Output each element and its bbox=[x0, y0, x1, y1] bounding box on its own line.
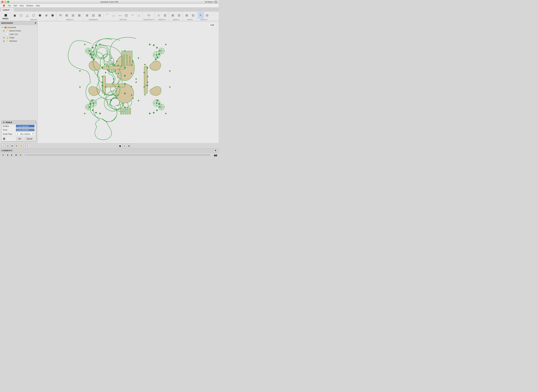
create-btn-4[interactable]: ⬠ bbox=[31, 12, 37, 19]
inspect-btn-2[interactable]: ⊟ bbox=[162, 12, 168, 19]
select-btn-2[interactable]: ⊟ bbox=[204, 12, 210, 19]
select-label[interactable]: SELECT ▾ bbox=[200, 19, 208, 21]
help-button[interactable]: ? bbox=[214, 0, 217, 3]
inspect-label[interactable]: INSPECT ▾ bbox=[158, 19, 166, 21]
sketch-btn-1[interactable]: ⌒ bbox=[104, 12, 110, 19]
tree-item-units[interactable]: 📄 Units: mm bbox=[0, 33, 37, 36]
expand-icon-origin[interactable]: ▶ bbox=[3, 37, 5, 38]
entities-row: Entities ↖ no selection bbox=[1, 124, 36, 128]
sketch-btn-2[interactable]: ⌓ bbox=[111, 12, 117, 19]
edit-menu[interactable]: Edit bbox=[12, 4, 18, 7]
comments-expand-icon[interactable]: ⚙ bbox=[213, 149, 217, 152]
create-btn-2[interactable]: ⬡ bbox=[18, 12, 24, 19]
window-menu[interactable]: Window bbox=[25, 4, 34, 7]
grid-btn[interactable]: ⊞ bbox=[127, 144, 131, 148]
anim-first-btn[interactable]: ⏮ bbox=[1, 153, 5, 157]
assemble-btn-1[interactable]: ⊞ bbox=[84, 12, 90, 19]
apple-menu[interactable]: 🍎 bbox=[1, 4, 6, 7]
svg-point-77 bbox=[132, 98, 134, 99]
insert-btn-2[interactable]: ⊟ bbox=[176, 12, 182, 19]
camera-icon[interactable]: 📷 bbox=[214, 153, 217, 157]
scale-type-select[interactable]: ⊞ Non Uniform ▾ bbox=[16, 132, 34, 135]
point-input[interactable]: ↗ no selection bbox=[16, 129, 34, 131]
anim-prev-btn[interactable]: ◀ bbox=[6, 153, 9, 157]
expand-icon-named-views[interactable]: ▶ bbox=[3, 30, 5, 32]
modify-btn-4[interactable]: ⊠ bbox=[76, 12, 82, 19]
sketch-btn-4[interactable]: ⊡ bbox=[123, 12, 129, 19]
maximize-button[interactable] bbox=[7, 1, 9, 3]
minimize-button[interactable] bbox=[4, 1, 6, 3]
make-btn-1[interactable]: ⊞ bbox=[184, 12, 190, 19]
tree-item-named-views[interactable]: ▶ 📁 Named Views bbox=[0, 29, 37, 33]
construct-label[interactable]: CONSTRUCT ▾ bbox=[144, 19, 154, 21]
view-menu[interactable]: View bbox=[18, 4, 25, 7]
orbit-btn[interactable]: ↻ bbox=[15, 144, 19, 148]
sketch-btn-3[interactable]: — bbox=[117, 12, 123, 19]
model-button[interactable]: ◼ MODEL bbox=[1, 12, 10, 20]
create-btn-5[interactable]: ⬣ bbox=[37, 12, 43, 19]
create-btn-3[interactable]: △ bbox=[24, 12, 30, 19]
assemble-btn-3[interactable]: ⊠ bbox=[97, 12, 103, 19]
origin-icon: 💡 bbox=[6, 36, 9, 39]
tab-close-icon[interactable]: ✕ bbox=[11, 9, 12, 11]
sketch-btn-5[interactable]: ⌔ bbox=[130, 12, 136, 19]
insert-btn-1[interactable]: ⊞ bbox=[170, 12, 176, 19]
make-label[interactable]: MAKE ▾ bbox=[187, 19, 193, 21]
info-icon[interactable]: i bbox=[3, 138, 5, 140]
browser-expand-icon[interactable]: ◀ bbox=[1, 22, 2, 24]
select-btn-1[interactable]: ↖ bbox=[198, 12, 204, 19]
expand-icon[interactable]: ▼ bbox=[1, 27, 3, 28]
cancel-button[interactable]: Cancel bbox=[24, 137, 34, 140]
zoom-out-btn[interactable]: − bbox=[28, 144, 32, 148]
scale-type-dropdown-icon: ▾ bbox=[32, 133, 33, 135]
anim-next-btn[interactable]: ▶| bbox=[15, 153, 18, 157]
svg-rect-10 bbox=[130, 51, 132, 65]
expand-icon-sketches[interactable]: ▶ bbox=[3, 40, 5, 42]
tree-item-sketches[interactable]: ▶ 📁 Sketches bbox=[0, 39, 37, 43]
sketch-btn-6[interactable]: ⌕ bbox=[136, 12, 142, 19]
construct-btn-1[interactable]: ⊹ bbox=[146, 12, 152, 19]
close-button[interactable] bbox=[1, 1, 3, 3]
zoom-in-btn[interactable]: + bbox=[23, 144, 27, 148]
make-btn-2[interactable]: ⊟ bbox=[190, 12, 196, 19]
display-mode-btn[interactable]: ◼ bbox=[118, 144, 122, 148]
sketch-label[interactable]: SKETCH ▾ bbox=[119, 19, 127, 21]
assemble-label[interactable]: ASSEMBLE ▾ bbox=[89, 19, 98, 21]
modify-btn-2[interactable]: ⊞ bbox=[64, 12, 70, 19]
file-menu[interactable]: File bbox=[6, 4, 12, 7]
entities-input[interactable]: ↖ no selection bbox=[16, 125, 34, 127]
tree-item-unsaved[interactable]: ▼ 📦 (Unsaved) bbox=[0, 26, 37, 29]
fit-all-btn[interactable]: ⊕ bbox=[10, 144, 14, 148]
user-dropdown-icon[interactable]: ▾ bbox=[213, 1, 213, 3]
inspect-group: ⊹ ⊟ INSPECT ▾ bbox=[155, 12, 169, 21]
svg-point-78 bbox=[111, 57, 112, 59]
browser-settings-icon[interactable]: ⚙ bbox=[35, 22, 36, 24]
timeline[interactable] bbox=[25, 154, 210, 155]
inspect-btn-1[interactable]: ⊹ bbox=[156, 12, 162, 19]
app-title: Autodesk Fusion 360 bbox=[100, 1, 118, 3]
create-label[interactable]: CREATE ▾ bbox=[30, 19, 37, 21]
tab-untitled[interactable]: Untitled* ✕ bbox=[1, 8, 14, 12]
ok-button[interactable]: OK bbox=[16, 137, 23, 140]
create-btn-7[interactable]: ⬟ bbox=[50, 12, 56, 19]
pan-btn[interactable]: ✋ bbox=[19, 144, 23, 148]
svg-point-74 bbox=[116, 61, 117, 62]
view-cube-btn[interactable]: ◻ bbox=[6, 144, 9, 148]
insert-label[interactable]: INSERT ▾ bbox=[173, 19, 179, 21]
assemble-btn-2[interactable]: ⊟ bbox=[90, 12, 96, 19]
tree-item-origin[interactable]: ▶ 💡 Origin bbox=[0, 36, 37, 39]
svg-point-24 bbox=[153, 44, 155, 46]
help-menu[interactable]: Help bbox=[34, 4, 41, 7]
create-btn-6[interactable]: ⊕ bbox=[43, 12, 49, 19]
modify-label[interactable]: MODIFY ▾ bbox=[66, 19, 73, 21]
bottom-toolbar: ⌂ ◻ ⊕ ↻ ✋ + − ◼ ◻ ⊞ bbox=[0, 143, 219, 148]
anim-last-btn[interactable]: ⏭ bbox=[19, 153, 23, 157]
svg-point-123 bbox=[165, 113, 167, 114]
canvas[interactable]: TOP .sketch-line { fill: none; stroke: #… bbox=[37, 21, 219, 143]
visual-style-btn[interactable]: ◻ bbox=[123, 144, 126, 148]
create-btn-1[interactable]: ◼ bbox=[12, 12, 18, 19]
modify-btn-1[interactable]: ⟲ bbox=[57, 12, 63, 19]
home-view-btn[interactable]: ⌂ bbox=[1, 144, 5, 148]
anim-play-btn[interactable]: ▶ bbox=[10, 153, 14, 157]
modify-btn-3[interactable]: ⊟ bbox=[70, 12, 76, 19]
